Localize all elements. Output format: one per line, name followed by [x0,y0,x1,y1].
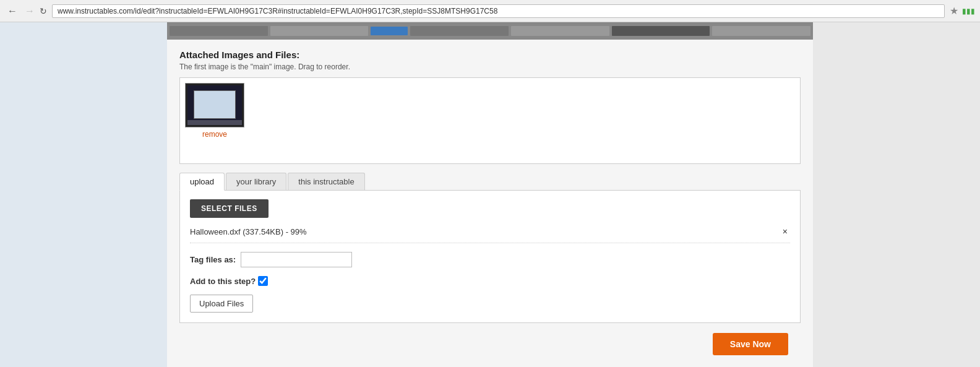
strip-bar-2 [270,26,369,36]
tag-label: Tag files as: [190,255,236,264]
refresh-button[interactable]: ↻ [40,6,47,16]
tab-upload[interactable]: upload [179,173,225,191]
browser-icons: ★ ▮▮▮ [950,5,975,17]
back-button[interactable]: ← [5,4,20,18]
save-area: Save Now [179,323,801,361]
image-thumbnail [185,83,244,127]
save-now-button[interactable]: Save Now [713,333,788,355]
attached-images-title: Attached Images and Files: [179,50,801,60]
upload-panel: SELECT FILES Halloween.dxf (337.54KB) - … [179,191,801,323]
browser-chrome: ← → ↻ ★ ▮▮▮ [0,0,980,22]
tag-input[interactable] [241,252,352,267]
forward-button[interactable]: → [22,4,37,18]
main-section: Attached Images and Files: The first ima… [167,40,813,367]
right-sidebar [813,22,980,367]
page-wrapper: Attached Images and Files: The first ima… [0,22,980,367]
add-step-row: Add to this step? [190,276,790,286]
attached-images-subtitle: The first image is the "main" image. Dra… [179,63,801,71]
strip-bar-3 [410,26,509,36]
file-name: Halloween.dxf (337.54KB) - 99% [190,227,307,236]
left-sidebar [0,22,167,367]
add-step-label: Add to this step? [190,277,256,286]
thumb-screen [194,90,236,119]
nav-buttons: ← → ↻ [5,4,47,18]
image-area: remove [179,77,801,164]
main-content: Attached Images and Files: The first ima… [167,22,813,367]
tab-your-library[interactable]: your library [226,173,286,190]
thumb-inner [187,85,242,125]
thumb-taskbar [187,120,242,125]
tab-this-instructable[interactable]: this instructable [288,173,364,190]
file-remove-button[interactable]: × [780,227,790,236]
upload-files-button[interactable]: Upload Files [190,295,253,313]
add-step-checkbox[interactable] [258,276,268,286]
top-strip [167,22,813,40]
strip-bar-1 [170,26,268,36]
strip-highlight [371,27,408,35]
bookmark-icon[interactable]: ★ [950,5,958,17]
tab-bar: upload your library this instructable [179,173,801,191]
strip-bar-4 [511,26,609,36]
file-row: Halloween.dxf (337.54KB) - 99% × [190,227,790,243]
select-files-button[interactable]: SELECT FILES [190,199,269,218]
image-thumb-container: remove [185,83,244,158]
remove-link[interactable]: remove [202,130,227,139]
tag-row: Tag files as: [190,252,790,267]
strip-bar-5 [612,26,710,36]
address-bar[interactable] [52,4,945,18]
strip-bar-6 [712,26,810,36]
signal-icon: ▮▮▮ [962,7,975,15]
